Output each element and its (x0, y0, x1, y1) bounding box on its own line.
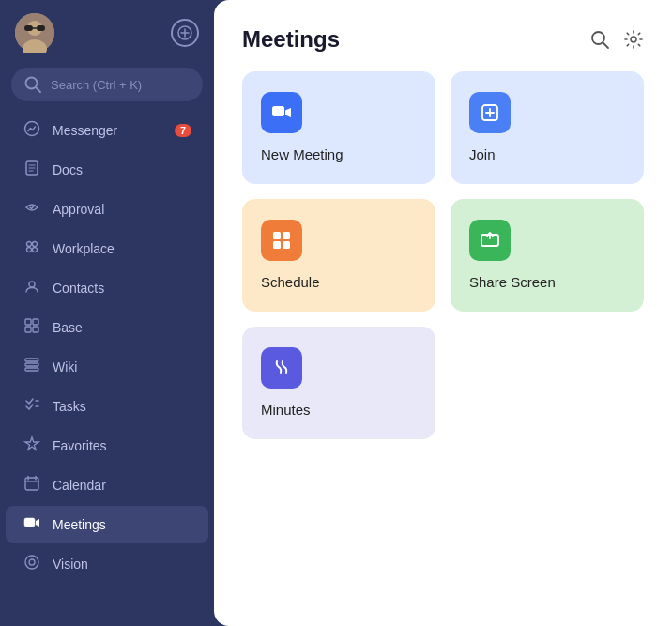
sidebar-item-contacts[interactable]: Contacts (6, 269, 208, 307)
minutes-label: Minutes (261, 402, 311, 418)
workplace-label: Workplace (53, 241, 115, 256)
schedule-icon (261, 220, 302, 261)
calendar-icon (23, 475, 41, 496)
add-button[interactable] (171, 19, 199, 47)
messenger-label: Messenger (53, 123, 117, 138)
svg-rect-25 (25, 359, 38, 361)
svg-rect-47 (283, 241, 290, 249)
svg-point-18 (27, 248, 32, 252)
settings-button[interactable] (623, 29, 644, 50)
tasks-icon (23, 396, 41, 417)
workplace-icon (23, 238, 41, 259)
schedule-card[interactable]: Schedule (242, 199, 435, 312)
meetings-icon (23, 514, 41, 535)
sidebar-item-workplace[interactable]: Workplace (6, 230, 208, 267)
contacts-icon (23, 278, 41, 298)
svg-rect-46 (273, 241, 281, 249)
search-button[interactable] (589, 29, 610, 50)
sidebar-item-messenger[interactable]: Messenger 7 (6, 112, 208, 149)
messenger-badge: 7 (175, 124, 191, 137)
meetings-header: Meetings (242, 26, 644, 53)
svg-rect-24 (33, 327, 38, 332)
sidebar-item-favorites[interactable]: Favorites (6, 427, 208, 465)
search-icon (23, 74, 43, 95)
wiki-icon (23, 357, 41, 377)
svg-point-35 (25, 556, 38, 569)
svg-rect-22 (33, 319, 38, 325)
join-label: Join (469, 146, 496, 162)
join-card[interactable]: Join (451, 71, 644, 184)
page-title: Meetings (242, 26, 340, 53)
base-label: Base (53, 320, 83, 335)
favorites-label: Favorites (53, 438, 107, 453)
svg-rect-3 (24, 25, 33, 31)
schedule-label: Schedule (261, 274, 320, 290)
sidebar-item-tasks[interactable]: Tasks (6, 388, 208, 425)
svg-rect-34 (24, 518, 35, 527)
svg-rect-27 (25, 368, 38, 371)
sidebar: Search (Ctrl + K) Messenger 7 (0, 0, 214, 626)
base-icon (23, 317, 41, 338)
svg-rect-30 (25, 478, 38, 490)
nav-list: Messenger 7 Docs Appro (0, 111, 214, 626)
search-label: Search (Ctrl + K) (51, 78, 142, 92)
svg-point-36 (29, 559, 35, 565)
share-screen-icon (469, 220, 511, 261)
favorites-icon (23, 435, 41, 456)
header-actions (589, 29, 644, 50)
vision-icon (23, 554, 41, 574)
share-screen-card[interactable]: Share Screen (451, 199, 644, 312)
svg-point-16 (27, 242, 32, 247)
sidebar-item-calendar[interactable]: Calendar (6, 466, 208, 504)
svg-rect-45 (283, 232, 290, 239)
tasks-label: Tasks (53, 399, 86, 414)
share-screen-label: Share Screen (469, 274, 556, 290)
svg-point-20 (29, 282, 35, 287)
avatar[interactable] (15, 13, 54, 53)
main-panel: Meetings (214, 0, 672, 626)
new-meeting-label: New Meeting (261, 146, 344, 162)
docs-icon (23, 160, 41, 180)
sidebar-item-approval[interactable]: Approval (6, 191, 208, 228)
docs-label: Docs (53, 162, 83, 177)
sidebar-item-docs[interactable]: Docs (6, 151, 208, 189)
sidebar-header (0, 0, 214, 62)
approval-label: Approval (53, 202, 104, 217)
messenger-icon (23, 120, 41, 141)
meetings-label: Meetings (53, 517, 106, 532)
meetings-cards-grid: New Meeting Join (242, 71, 644, 439)
minutes-icon (261, 347, 302, 389)
join-icon (469, 92, 511, 133)
svg-rect-21 (25, 319, 31, 325)
svg-line-38 (603, 43, 609, 49)
svg-rect-23 (25, 327, 31, 332)
svg-point-39 (631, 37, 636, 42)
approval-icon (23, 199, 41, 220)
svg-line-10 (36, 87, 40, 92)
svg-point-17 (33, 242, 38, 247)
svg-rect-26 (25, 363, 38, 366)
svg-rect-4 (37, 25, 45, 31)
svg-point-19 (33, 248, 38, 252)
new-meeting-icon (261, 92, 302, 133)
sidebar-item-wiki[interactable]: Wiki (6, 348, 208, 386)
svg-rect-40 (272, 106, 284, 116)
sidebar-item-meetings[interactable]: Meetings (6, 506, 208, 543)
search-bar[interactable]: Search (Ctrl + K) (11, 68, 203, 101)
wiki-label: Wiki (53, 359, 77, 374)
sidebar-item-vision[interactable]: Vision (6, 545, 208, 583)
contacts-label: Contacts (53, 281, 104, 296)
sidebar-item-base[interactable]: Base (6, 309, 208, 346)
calendar-label: Calendar (53, 478, 106, 493)
svg-rect-44 (273, 232, 281, 239)
vision-label: Vision (53, 557, 88, 572)
new-meeting-card[interactable]: New Meeting (242, 71, 435, 184)
minutes-card[interactable]: Minutes (242, 327, 435, 439)
